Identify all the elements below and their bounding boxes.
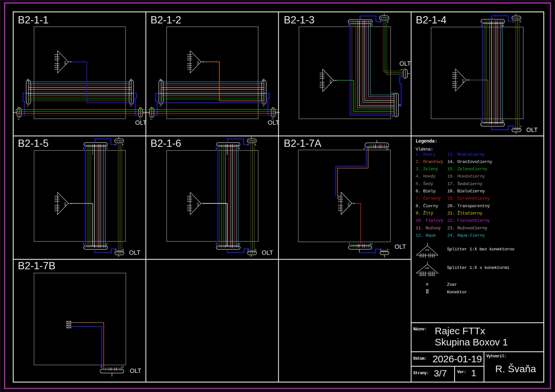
svg-text:1: 1 (216, 147, 217, 150)
svg-text:12: 12 (262, 79, 265, 81)
svg-text:1x8: 1x8 (462, 79, 464, 83)
svg-text:24. Aqua-čierny: 24. Aqua-čierny (447, 233, 485, 238)
svg-text:5. Šedý: 5. Šedý (416, 181, 433, 186)
svg-text:4: 4 (150, 107, 153, 108)
svg-text:12. Aqua: 12. Aqua (416, 233, 436, 238)
svg-text:1x8: 1x8 (64, 202, 66, 206)
svg-text:9. Žltý: 9. Žltý (416, 211, 433, 216)
svg-text:Splitter 1:X s konektormi: Splitter 1:X s konektormi (447, 265, 509, 270)
svg-text:12: 12 (391, 92, 394, 95)
svg-text:1: 1 (349, 23, 350, 26)
svg-text:4: 4 (255, 248, 256, 251)
svg-text:4: 4 (520, 125, 521, 128)
svg-text:1: 1 (130, 105, 132, 107)
svg-text:OLT: OLT (394, 243, 406, 250)
svg-text:4: 4 (122, 143, 124, 146)
svg-text:B2-1-6: B2-1-6 (151, 138, 181, 149)
svg-text:B2-1-4: B2-1-4 (416, 14, 447, 26)
svg-text:1x8: 1x8 (425, 249, 429, 251)
svg-text:16. Hnedočierny: 16. Hnedočierny (447, 174, 485, 179)
svg-text:4. Hnedý: 4. Hnedý (416, 174, 436, 179)
svg-text:Dátum:: Dátum: (413, 356, 426, 361)
svg-text:B2-1-3: B2-1-3 (284, 14, 314, 26)
svg-text:12: 12 (130, 79, 132, 81)
svg-text:1: 1 (18, 118, 20, 120)
svg-text:17. Šedočierny: 17. Šedočierny (447, 181, 482, 186)
svg-text:B2-1-2: B2-1-2 (151, 14, 181, 26)
svg-text:12: 12 (386, 148, 388, 151)
svg-text:12: 12 (121, 365, 124, 368)
svg-text:OLT: OLT (130, 367, 141, 374)
svg-text:1: 1 (471, 368, 476, 378)
svg-text:4: 4 (18, 107, 20, 108)
svg-text:1. Modrý: 1. Modrý (416, 152, 436, 157)
svg-text:23. Ružovočierny: 23. Ružovočierny (447, 226, 487, 231)
svg-text:12: 12 (105, 243, 107, 245)
svg-text:OLT: OLT (262, 249, 273, 256)
svg-text:19. Červenočierny: 19. Červenočierny (447, 196, 490, 201)
svg-text:12: 12 (238, 147, 240, 150)
svg-text:22. Fialovočierny: 22. Fialovočierny (447, 218, 490, 223)
svg-text:1: 1 (101, 365, 102, 368)
svg-text:OLT: OLT (129, 249, 141, 256)
svg-text:1: 1 (83, 243, 84, 245)
svg-text:Legenda:: Legenda: (416, 139, 437, 144)
svg-text:4: 4 (520, 20, 521, 23)
svg-text:12: 12 (501, 119, 504, 122)
svg-text:Strany:: Strany: (413, 371, 429, 376)
svg-text:4: 4 (255, 143, 256, 146)
svg-text:B2-1-7A: B2-1-7A (284, 138, 321, 149)
svg-text:1: 1 (363, 147, 365, 150)
svg-text:1x8: 1x8 (329, 79, 331, 83)
svg-text:1x8: 1x8 (64, 61, 66, 65)
svg-text:Vlákna:: Vlákna: (416, 147, 433, 152)
svg-text:8. Čierny: 8. Čierny (416, 204, 438, 209)
svg-text:4: 4 (272, 107, 274, 109)
svg-text:12: 12 (160, 79, 162, 81)
svg-text:1: 1 (262, 105, 265, 107)
svg-text:1x8: 1x8 (197, 202, 199, 206)
svg-text:1x8: 1x8 (197, 61, 199, 65)
svg-text:11. Ružový: 11. Ružový (416, 226, 441, 231)
svg-text:Konektor: Konektor (447, 290, 467, 295)
svg-text:1: 1 (27, 105, 29, 107)
svg-text:OLT: OLT (268, 119, 279, 126)
svg-text:3/7: 3/7 (434, 368, 447, 378)
svg-text:B2-1-7B: B2-1-7B (18, 260, 56, 272)
svg-text:1: 1 (83, 147, 84, 150)
svg-text:1: 1 (160, 105, 162, 107)
svg-text:15. Zelenočierny: 15. Zelenočierny (447, 167, 487, 172)
svg-text:21. Žltočierny: 21. Žltočierny (447, 211, 482, 216)
svg-text:Názov:: Názov: (413, 327, 426, 332)
svg-text:12: 12 (105, 147, 107, 150)
svg-text:6. Biely: 6. Biely (416, 189, 436, 194)
svg-text:4: 4 (139, 107, 141, 109)
svg-text:4: 4 (387, 20, 388, 23)
svg-text:1x8: 1x8 (425, 267, 429, 270)
svg-text:Zvar: Zvar (447, 282, 457, 287)
svg-text:1x8: 1x8 (347, 202, 350, 206)
svg-text:B2-1-1: B2-1-1 (18, 14, 49, 26)
svg-text:Rajec FTTx: Rajec FTTx (435, 325, 485, 336)
svg-text:1: 1 (150, 118, 153, 120)
svg-text:B2-1-5: B2-1-5 (18, 138, 49, 149)
svg-text:13. Modročierny: 13. Modročierny (447, 152, 485, 157)
svg-text:4: 4 (123, 248, 124, 251)
svg-text:3. Zelený: 3. Zelený (416, 167, 438, 172)
svg-text:1: 1 (380, 248, 382, 251)
svg-text:12: 12 (27, 79, 29, 81)
svg-text:7. Červený: 7. Červený (416, 196, 441, 201)
svg-text:2026-01-19: 2026-01-19 (432, 353, 482, 364)
svg-text:1: 1 (216, 243, 217, 245)
svg-text:Ver:: Ver: (457, 370, 466, 375)
svg-text:20. Transparentný: 20. Transparentný (447, 204, 490, 209)
svg-text:12: 12 (238, 243, 240, 245)
svg-text:OLT: OLT (399, 60, 411, 67)
svg-text:R. Švaňa: R. Švaňa (495, 363, 536, 374)
svg-text:OLT: OLT (135, 119, 147, 126)
svg-text:Splitter 1:X bez konektorov: Splitter 1:X bez konektorov (447, 247, 514, 252)
svg-text:10. Fialový: 10. Fialový (416, 218, 443, 223)
svg-text:14. Oranžovočierny: 14. Oranžovočierny (447, 159, 492, 164)
svg-text:2. Oranžový: 2. Oranžový (416, 159, 443, 164)
svg-text:Skupina Boxov 1: Skupina Boxov 1 (435, 337, 508, 347)
